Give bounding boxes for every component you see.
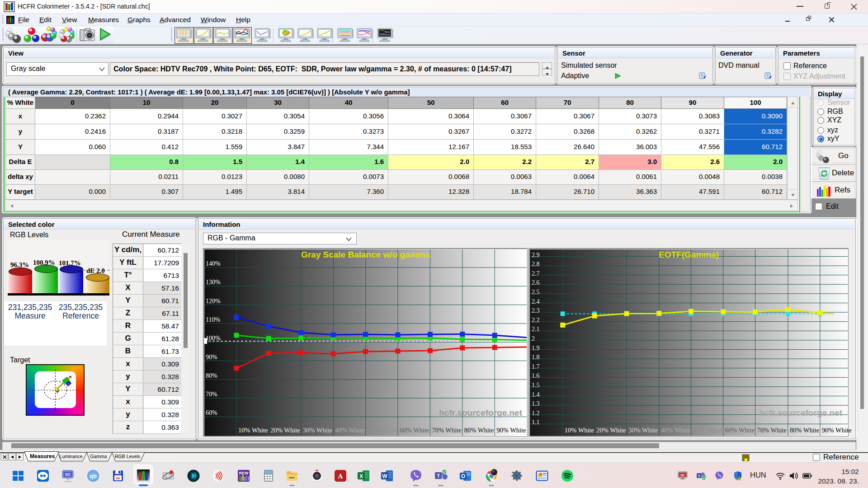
svg-text:Measures: Measures xyxy=(30,453,55,460)
svg-text:140%: 140% xyxy=(206,260,221,267)
svg-text:90% White: 90% White xyxy=(496,427,526,434)
svg-text:70%: 70% xyxy=(206,391,217,398)
svg-text:80% White: 80% White xyxy=(790,427,819,434)
svg-text:T: T xyxy=(698,474,700,478)
svg-text:Gamma: Gamma xyxy=(90,454,107,459)
svg-text:SC: SC xyxy=(65,472,71,477)
svg-text:60% White: 60% White xyxy=(725,427,755,434)
svg-text:90%: 90% xyxy=(206,354,217,361)
svg-text:2.8: 2.8 xyxy=(532,261,540,267)
svg-text:100%: 100% xyxy=(206,335,221,342)
svg-text:1.3: 1.3 xyxy=(532,400,540,407)
svg-text:X: X xyxy=(359,473,363,479)
svg-text:A: A xyxy=(338,473,343,480)
svg-text:Luminance: Luminance xyxy=(59,454,83,459)
svg-text:2.1: 2.1 xyxy=(532,326,540,333)
svg-text:70% White: 70% White xyxy=(432,427,461,434)
svg-text:80%: 80% xyxy=(206,372,217,379)
svg-text:Gray Scale Balance w/o gamma: Gray Scale Balance w/o gamma xyxy=(301,250,430,259)
svg-text:SC: SC xyxy=(680,474,685,477)
svg-text:1.5: 1.5 xyxy=(532,382,540,389)
svg-text:2: 2 xyxy=(532,335,535,342)
svg-text:1.4: 1.4 xyxy=(532,391,540,398)
svg-text:2.3: 2.3 xyxy=(532,307,540,314)
svg-text:70% White: 70% White xyxy=(757,427,787,434)
svg-text:T: T xyxy=(437,473,440,479)
svg-text:90% White: 90% White xyxy=(822,427,851,434)
svg-text:40% White: 40% White xyxy=(661,427,690,434)
svg-text:qb: qb xyxy=(90,473,97,479)
svg-text:110%: 110% xyxy=(206,316,220,323)
svg-text:1.9: 1.9 xyxy=(532,345,540,352)
svg-text:2.7: 2.7 xyxy=(532,270,540,277)
svg-text:50% White: 50% White xyxy=(368,427,397,434)
svg-text:30% White: 30% White xyxy=(303,427,332,434)
svg-text:120%: 120% xyxy=(206,298,221,305)
svg-text:1.2: 1.2 xyxy=(532,410,540,417)
svg-text:2.5: 2.5 xyxy=(532,289,540,296)
svg-text:20% White: 20% White xyxy=(270,427,300,434)
svg-text:1.1: 1.1 xyxy=(532,419,540,426)
svg-text:80% White: 80% White xyxy=(464,427,494,434)
svg-text:10% White: 10% White xyxy=(565,427,594,434)
svg-text:130%: 130% xyxy=(206,279,221,286)
svg-text:20% White: 20% White xyxy=(596,427,626,434)
svg-text:hcfr.sourceforge.net: hcfr.sourceforge.net xyxy=(759,408,842,418)
svg-text:50% White: 50% White xyxy=(693,427,722,434)
svg-text:O: O xyxy=(461,473,465,479)
svg-text:60%: 60% xyxy=(206,409,217,416)
svg-text:30% White: 30% White xyxy=(628,427,658,434)
svg-text:1.6: 1.6 xyxy=(532,372,540,379)
svg-text:1.8: 1.8 xyxy=(532,354,540,361)
svg-text:hcfr.sourceforge.net: hcfr.sourceforge.net xyxy=(439,408,522,418)
svg-text:10% White: 10% White xyxy=(238,427,268,434)
svg-text:2.2: 2.2 xyxy=(532,317,540,324)
svg-text:REW: REW xyxy=(239,471,249,475)
svg-text:EOTF(Gamma): EOTF(Gamma) xyxy=(659,250,719,259)
svg-text:2.9: 2.9 xyxy=(532,252,540,258)
svg-text:60% White: 60% White xyxy=(400,427,429,434)
svg-text:RGB Levels: RGB Levels xyxy=(115,454,140,459)
svg-text:64: 64 xyxy=(116,477,120,480)
svg-text:2.6: 2.6 xyxy=(532,279,540,286)
svg-text:W: W xyxy=(382,473,387,479)
svg-text:1.7: 1.7 xyxy=(532,363,540,370)
svg-text:2.4: 2.4 xyxy=(532,298,540,305)
svg-text:40% White: 40% White xyxy=(335,427,364,434)
